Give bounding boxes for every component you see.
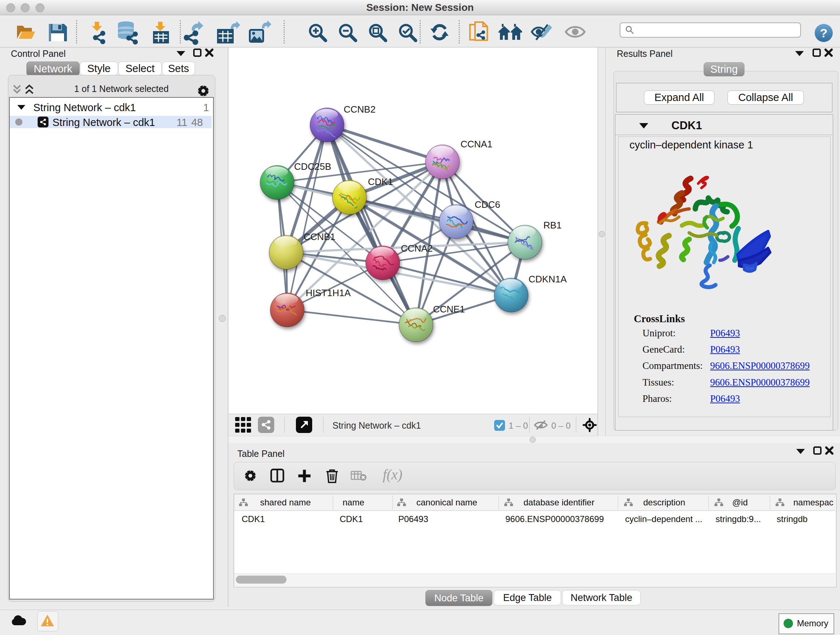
svg-text:CCNE1: CCNE1	[433, 304, 465, 315]
svg-text:CCNA2: CCNA2	[401, 243, 433, 254]
svg-text:CCNA1: CCNA1	[461, 139, 493, 149]
svg-text:CDK1: CDK1	[368, 176, 393, 187]
svg-text:CCNB2: CCNB2	[344, 104, 376, 115]
svg-text:HIST1H1A: HIST1H1A	[306, 287, 351, 298]
svg-text:CCNB1: CCNB1	[303, 231, 335, 242]
svg-text:CDC6: CDC6	[475, 199, 500, 210]
svg-text:RB1: RB1	[543, 220, 562, 231]
svg-text:CDKN1A: CDKN1A	[529, 274, 567, 285]
svg-text:CDC25B: CDC25B	[294, 161, 332, 172]
